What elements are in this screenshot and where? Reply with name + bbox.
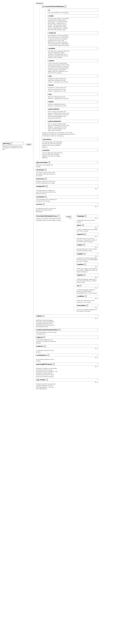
element-any---other[interactable]: any ##other+ (35, 378, 98, 381)
attr-container-label: attributes (36, 2, 43, 4)
attr-coversfrom[interactable]: coversfrom (42, 138, 98, 141)
element-desc: An intended audience for the content. (35, 350, 57, 353)
sequence-connector (25, 144, 32, 145)
attr-desc: Indicates by which means the value was e… (47, 78, 69, 83)
element-desc: Additional natural language information … (35, 320, 57, 328)
attr-label: custom (48, 60, 54, 62)
element-label: scheduled (36, 196, 44, 198)
element-creditline[interactable]: creditline+ (76, 295, 98, 298)
expand-icon[interactable]: + (53, 363, 55, 365)
attr-coversto[interactable]: coversto (42, 149, 98, 152)
expand-icon[interactable]: + (46, 185, 48, 187)
expand-icon[interactable]: + (84, 264, 86, 265)
expand-icon[interactable]: + (80, 285, 81, 286)
element-service[interactable]: service+ (35, 203, 98, 206)
element-desc: The scheduled time of delivery for the p… (35, 199, 57, 202)
element-ednote[interactable]: edNote+ (35, 314, 98, 318)
element-language[interactable]: language+ (76, 214, 98, 218)
expand-icon[interactable]: + (46, 379, 48, 381)
expand-icon[interactable]: + (84, 253, 86, 255)
element-newscontentcharacteristics[interactable]: newsContentCharacteristics+ (35, 328, 98, 331)
attr-group-common[interactable]: grp commonPowerAttributes − (42, 5, 67, 8)
element-description[interactable]: description+ (76, 304, 98, 307)
element-slugline[interactable]: slugline+ (76, 252, 98, 255)
expand-icon[interactable]: + (85, 215, 87, 217)
attr-modified[interactable]: modified (47, 47, 98, 50)
expand-icon[interactable]: + (48, 162, 50, 163)
element-label: headline (77, 264, 84, 265)
attr-pubconstrainturi[interactable]: pubconstrainturi (47, 120, 98, 123)
element-label: description (77, 304, 86, 306)
attr-desc: If set to true the corresponding propert… (47, 62, 69, 74)
cardinality: 0..∞ (76, 287, 98, 289)
attr-howuri[interactable]: howuri (47, 84, 98, 86)
group-label: DescriptiveMetadataGroup (36, 215, 57, 217)
cardinality: 0..∞ (35, 188, 98, 189)
element-audience[interactable]: audience+ (35, 345, 98, 348)
element-desc: An important topic of the content; what … (76, 248, 98, 252)
expand-icon[interactable]: + (44, 345, 46, 347)
element-desc: A nature, intellectual or journalistic f… (76, 229, 98, 232)
expand-icon[interactable]: + (85, 295, 87, 297)
attr-custom[interactable]: custom (47, 59, 98, 62)
attr-label: creator (48, 15, 54, 17)
element-desc: A language used by the news content (76, 220, 98, 223)
element-assignedto[interactable]: assignedTo+ (35, 185, 98, 188)
element-label: planning (3, 142, 9, 144)
collapse-icon[interactable]: − (10, 142, 12, 144)
element-dateline[interactable]: dateline+ (76, 274, 98, 276)
element-itemcount[interactable]: itemCount+ (35, 177, 98, 180)
element-desc: A natural-language statement of the date… (76, 278, 98, 283)
cardinality: 0..∞ (76, 307, 98, 308)
attr-desc: The end date (and optionally, the time) … (42, 152, 64, 158)
attr-desc: One or many constraints that apply to pu… (47, 123, 69, 131)
attr-id[interactable]: id (47, 8, 98, 12)
expand-icon[interactable]: + (84, 233, 86, 235)
element-exclaudience[interactable]: exclAudience+ (35, 354, 98, 357)
element-desc: An editorial service by which the planne… (35, 208, 57, 212)
element-desc: A free-form textual description of the c… (76, 309, 98, 312)
expand-icon[interactable]: + (84, 274, 86, 276)
attr-whyuri[interactable]: whyuri (47, 100, 98, 103)
cardinality: 0..∞ (35, 366, 98, 367)
attributes-container[interactable]: attributes (35, 2, 44, 4)
cardinality: 0..∞ (76, 246, 98, 248)
element-urgency[interactable]: urgency+ (35, 336, 98, 339)
attr-pubconstraint[interactable]: pubconstraint (47, 108, 98, 110)
element-g2contenttype[interactable]: g2contentType+ (35, 161, 98, 164)
element-planningextproperty[interactable]: planningExtProperty+ (35, 363, 98, 366)
expand-icon[interactable]: + (43, 203, 44, 205)
element-genre[interactable]: genre+ (76, 224, 98, 227)
expand-icon[interactable]: + (45, 178, 47, 180)
expand-icon[interactable]: + (43, 336, 45, 338)
expand-icon[interactable]: + (45, 196, 47, 198)
attr-creator[interactable]: creator (47, 14, 98, 18)
expand-icon[interactable]: + (86, 304, 88, 306)
expand-icon[interactable]: + (82, 224, 84, 226)
expand-icon[interactable]: + (45, 169, 46, 171)
cardinality: 0..∞ (76, 227, 98, 228)
element-desc: The editorial urgency of the content, as… (35, 339, 57, 344)
expand-icon[interactable]: + (42, 315, 44, 317)
cardinality: 0..∞ (76, 298, 98, 299)
element-subject[interactable]: subject+ (76, 243, 98, 246)
attr-why[interactable]: why (47, 93, 98, 96)
expand-icon[interactable]: + (59, 329, 60, 331)
element-label: subject (77, 244, 83, 246)
element-planning[interactable]: planning − (2, 142, 24, 145)
expand-icon[interactable]: + (47, 354, 49, 356)
group-descriptive-metadata[interactable]: DescriptiveMetadataGroup − (35, 214, 60, 218)
cardinality: 0..∞ (76, 266, 98, 268)
collapse-icon[interactable]: − (57, 215, 59, 217)
expand-icon[interactable]: + (83, 244, 85, 246)
element-keyword[interactable]: keyword+ (76, 233, 98, 236)
attr-group-label: commonPowerAttributes (45, 6, 64, 8)
element-label: service (36, 203, 42, 205)
collapse-icon[interactable]: − (64, 6, 66, 8)
attr-how[interactable]: how (47, 74, 98, 78)
element-scheduled[interactable]: scheduled+ (35, 195, 98, 198)
element-itemclass[interactable]: itemClass+ (35, 168, 98, 171)
element-by[interactable]: by+ (76, 284, 98, 287)
element-headline[interactable]: headline+ (76, 263, 98, 266)
attr-creatoruri[interactable]: creatoruri (47, 32, 98, 34)
